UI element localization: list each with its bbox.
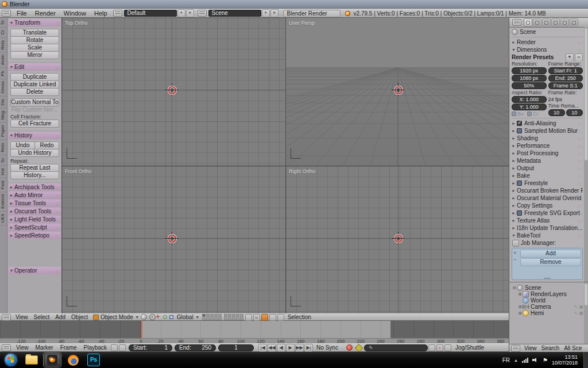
edit-tool-button[interactable]: Duplicate Linked: [10, 80, 59, 89]
keying-set-icon[interactable]: [355, 343, 363, 351]
selectable-toggle-icon[interactable]: ↖: [574, 310, 578, 316]
addon-panel-header[interactable]: ► Light Field Tools: [9, 216, 61, 223]
render-image-icon[interactable]: [261, 314, 268, 321]
transform-tool-button[interactable]: Mirror: [10, 51, 59, 59]
tool-shelf-tab[interactable]: Mag: [0, 109, 7, 123]
transform-tool-button[interactable]: Rotate: [10, 36, 59, 44]
edit-tool-button[interactable]: Duplicate: [10, 73, 59, 81]
menubar-menu[interactable]: Render: [31, 10, 60, 17]
layers-widget[interactable]: [202, 314, 222, 320]
resize-handle[interactable]: [544, 278, 551, 279]
panel-grip-icon[interactable]: [577, 120, 583, 126]
cursor-3d[interactable]: [392, 232, 404, 244]
outliner-row[interactable]: ⊕ RenderLayers ↖ ▣: [510, 291, 583, 297]
fps-select[interactable]: 24 fps: [548, 96, 583, 103]
panel-grip-icon[interactable]: [577, 172, 583, 179]
cell-fracture-button[interactable]: Cell Fracture: [10, 120, 59, 128]
timeline-menu[interactable]: View: [13, 344, 32, 351]
tool-shelf-tab[interactable]: Dis: [0, 97, 7, 109]
history-button[interactable]: History...: [10, 171, 59, 179]
frame-start-field[interactable]: Start Fr: 1: [548, 67, 583, 74]
tool-shelf-tab[interactable]: Reto: [0, 140, 7, 155]
timeline-menu[interactable]: Playback: [80, 344, 111, 351]
outliner-menu[interactable]: Search: [539, 345, 562, 351]
auto-keyframe-icon[interactable]: [346, 344, 353, 351]
viewport-divider[interactable]: [62, 166, 509, 166]
addon-panel-header[interactable]: ► Auto Mirror: [9, 191, 61, 199]
render-toggle-icon[interactable]: ▣: [579, 310, 583, 316]
panel-header-transform[interactable]: ▼ Transform: [9, 19, 61, 26]
current-frame-marker[interactable]: [141, 321, 142, 338]
tool-shelf-tab[interactable]: Rela: [0, 38, 7, 52]
taskbar-firefox-button[interactable]: [64, 353, 82, 367]
clock[interactable]: 13:51 10/07/2018: [552, 354, 578, 366]
current-frame-field[interactable]: 1: [218, 344, 254, 351]
delete-layout-button[interactable]: ×: [186, 9, 194, 17]
screen-layout-icon[interactable]: [113, 10, 122, 17]
outliner-row[interactable]: ⊕ Camera ↖ ▣: [510, 304, 583, 310]
undo-history-button[interactable]: Undo History: [10, 149, 59, 157]
viewport-top-ortho[interactable]: Top Ortho: [62, 18, 285, 166]
taskbar-explorer-button[interactable]: [23, 353, 40, 367]
start-button[interactable]: [5, 354, 17, 366]
panel-grip-icon[interactable]: [581, 195, 583, 201]
job-manager-listbox[interactable]: +− Add Remove: [512, 248, 583, 280]
delete-scene-button[interactable]: ×: [270, 9, 278, 17]
menubar-menu[interactable]: File: [13, 10, 31, 17]
render-toggle-icon[interactable]: ▣: [579, 304, 583, 309]
add-scene-button[interactable]: +: [262, 9, 270, 17]
viewport-shading-icon[interactable]: [141, 314, 147, 320]
panel-grip-icon[interactable]: [580, 210, 583, 216]
panel-header-edit[interactable]: ▼ Edit: [9, 63, 61, 71]
properties-tab-object[interactable]: [560, 18, 569, 26]
properties-tab-scene[interactable]: [542, 18, 551, 26]
time-remap-old-field[interactable]: 10: [548, 109, 565, 116]
properties-panel-header[interactable]: ► Performance: [512, 142, 583, 150]
properties-panel-header[interactable]: ► Oscurart Material Overrid: [512, 194, 583, 202]
tool-shelf-tab[interactable]: Sc: [0, 155, 7, 166]
properties-panel-header[interactable]: ► Anti-Aliasing: [512, 120, 583, 127]
viewport-front-ortho[interactable]: Front Ortho: [62, 166, 285, 313]
cursor-3d[interactable]: [165, 232, 178, 244]
jog-icon[interactable]: [444, 344, 451, 351]
end-frame-field[interactable]: End: 250: [175, 344, 216, 351]
panel-grip-icon[interactable]: [577, 180, 583, 186]
panel-checkbox[interactable]: [517, 128, 522, 133]
add-preset-button[interactable]: +: [566, 53, 574, 61]
play-button[interactable]: ▶: [286, 344, 295, 352]
resolution-percentage-field[interactable]: 50%: [512, 82, 547, 89]
selection-label[interactable]: Selection: [285, 314, 314, 320]
job-add-button[interactable]: Add: [520, 250, 581, 258]
view3d-menu[interactable]: Add: [52, 314, 68, 320]
panel-grip-icon[interactable]: [55, 232, 61, 239]
custom-normal-button[interactable]: Custom Normal To...: [10, 98, 59, 106]
outliner-row[interactable]: ⊕ Hemi ↖ ▣: [510, 310, 583, 316]
outliner-menu[interactable]: View: [522, 345, 539, 351]
action-center-flag-icon[interactable]: ⚑: [543, 357, 548, 363]
resolution-x-field[interactable]: 1920 px: [512, 67, 547, 74]
tool-shelf-tab[interactable]: Greas: [0, 79, 7, 97]
taskbar-blender-button[interactable]: [44, 353, 61, 367]
properties-tab-texture[interactable]: [570, 18, 578, 26]
job-remove-button[interactable]: Remove: [520, 258, 581, 266]
network-icon[interactable]: [522, 358, 528, 363]
addon-panel-header[interactable]: ► SpeedRetopo: [9, 232, 61, 239]
viewport-right-ortho[interactable]: Right Ortho: [286, 166, 509, 313]
jump-to-end-button[interactable]: ▶|: [304, 344, 313, 352]
view3d-menu[interactable]: Select: [31, 314, 53, 320]
remove-preset-button[interactable]: −: [575, 53, 583, 61]
panel-grip-icon[interactable]: [55, 224, 61, 231]
panel-grip-icon[interactable]: [577, 232, 583, 239]
properties-tab-render[interactable]: [524, 18, 532, 26]
properties-panel-header[interactable]: ► Sampled Motion Blur: [512, 127, 583, 135]
scene-browse-icon[interactable]: [198, 10, 207, 17]
properties-panel-header[interactable]: ► Copy Settings: [512, 202, 583, 209]
panel-grip-icon[interactable]: [577, 143, 583, 149]
outliner-scrollbar[interactable]: [584, 282, 588, 344]
panel-grip-icon[interactable]: [55, 20, 61, 26]
manipulator-scale-icon[interactable]: [169, 315, 174, 320]
screen-layout-select[interactable]: Default: [124, 10, 177, 17]
properties-panel-header[interactable]: ► Post Processing: [512, 150, 583, 157]
properties-panel-header[interactable]: ► Bake: [512, 172, 583, 179]
panel-grip-icon[interactable]: [55, 132, 61, 139]
